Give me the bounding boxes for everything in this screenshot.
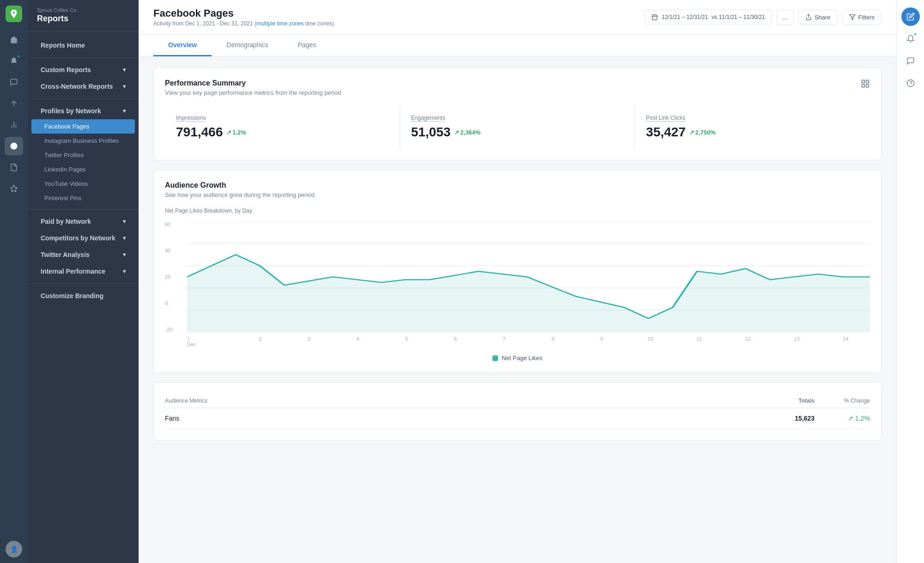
twitter-profiles-label: Twitter Profiles — [44, 152, 84, 159]
internal-performance-label: Internal Performance — [41, 268, 105, 275]
page-title: Facebook Pages — [153, 7, 637, 19]
svg-rect-13 — [866, 80, 869, 83]
post-link-clicks-value: 35,427 ↗ 2,750% — [646, 125, 859, 140]
content-area: Performance Summary View your key page p… — [139, 56, 896, 563]
nav-analytics-icon[interactable] — [5, 116, 23, 134]
icon-rail: 👤 — [0, 0, 28, 563]
sidebar-item-linkedin[interactable]: LinkedIn Pages — [31, 162, 135, 177]
svg-rect-6 — [652, 15, 657, 20]
date-current: 12/1/21 – 12/31/21 — [662, 14, 708, 20]
nav-notifications-icon[interactable] — [5, 52, 23, 70]
up-arrow-icon: ↗ — [454, 129, 459, 136]
page-header: Facebook Pages Activity from Dec 1, 2021… — [139, 0, 896, 35]
linkedin-label: LinkedIn Pages — [44, 166, 86, 173]
sidebar-item-cross-network[interactable]: Cross-Network Reports ▾ — [31, 78, 135, 95]
svg-marker-11 — [850, 15, 855, 20]
chevron-down-icon: ▾ — [123, 218, 126, 225]
sidebar-item-paid-by-network[interactable]: Paid by Network ▾ — [31, 213, 135, 230]
impressions-change: ↗ 1.2% — [226, 129, 246, 136]
sidebar-item-reports-home[interactable]: Reports Home — [31, 37, 135, 54]
sidebar-item-facebook-pages[interactable]: Facebook Pages — [31, 119, 135, 134]
bell-icon[interactable] — [901, 30, 920, 48]
up-arrow-icon: ↗ — [689, 129, 694, 136]
nav-star-icon[interactable] — [5, 179, 23, 198]
up-arrow-icon: ↗ — [848, 415, 853, 422]
user-avatar[interactable]: 👤 — [6, 541, 22, 557]
chevron-down-icon: ▾ — [123, 67, 126, 73]
youtube-label: YouTube Videos — [44, 180, 88, 187]
table-row: Fans 15,623 ↗ 1.2% — [165, 408, 870, 429]
custom-reports-label: Custom Reports — [41, 66, 91, 73]
metric-engagements: Engagements 51,053 ↗ 2,364% — [400, 105, 635, 149]
tab-demographics[interactable]: Demographics — [212, 35, 283, 56]
table-view-icon[interactable] — [861, 79, 870, 90]
nav-divider-3 — [28, 209, 139, 209]
impressions-label: Impressions — [176, 115, 389, 121]
chart-container: 60 40 20 0 -20 — [165, 221, 870, 351]
help-icon[interactable] — [901, 74, 920, 92]
performance-summary-subtitle: View your key page performance metrics f… — [165, 89, 341, 96]
svg-rect-14 — [862, 85, 865, 87]
more-options-button[interactable]: ... — [777, 10, 794, 25]
sidebar-item-internal-performance[interactable]: Internal Performance ▾ — [31, 263, 135, 280]
nav-divider-2 — [28, 98, 139, 99]
sidebar-item-instagram[interactable]: Instagram Business Profiles — [31, 134, 135, 148]
date-range-button[interactable]: 12/1/21 – 12/31/21 vs 11/1/21 – 11/30/21 — [644, 10, 772, 24]
sidebar-item-twitter-analysis[interactable]: Twitter Analysis ▾ — [31, 246, 135, 263]
timezone-link[interactable]: multiple time zones — [256, 20, 304, 27]
nav-publish-icon[interactable] — [5, 94, 23, 113]
metrics-grid: Impressions 791,466 ↗ 1.2% Engagements 5… — [165, 105, 870, 149]
sidebar-item-twitter-profiles[interactable]: Twitter Profiles — [31, 148, 135, 162]
company-name: Sprout Coffee Co. — [37, 7, 129, 13]
metric-post-link-clicks: Post Link Clicks 35,427 ↗ 2,750% — [635, 105, 870, 149]
nav-divider — [28, 57, 139, 58]
performance-summary-card: Performance Summary View your key page p… — [153, 67, 881, 160]
svg-rect-15 — [866, 85, 869, 87]
sidebar-item-custom-reports[interactable]: Custom Reports ▾ — [31, 61, 135, 78]
tab-overview[interactable]: Overview — [153, 35, 212, 56]
nav-messages-icon[interactable] — [5, 73, 23, 92]
nav-home-icon[interactable] — [5, 31, 23, 49]
up-arrow-icon: ↗ — [226, 129, 231, 136]
customize-branding-label: Customize Branding — [41, 292, 103, 300]
sidebar-item-youtube[interactable]: YouTube Videos — [31, 177, 135, 191]
facebook-pages-label: Facebook Pages — [44, 123, 90, 130]
audience-growth-card: Audience Growth See how your audience gr… — [153, 170, 881, 373]
share-button[interactable]: Share — [798, 10, 838, 25]
chart-svg-area — [187, 221, 870, 332]
legend-color-dot — [492, 355, 498, 361]
compose-button[interactable] — [901, 7, 920, 26]
filters-button[interactable]: Filters — [842, 10, 881, 25]
tab-pages[interactable]: Pages — [283, 35, 331, 56]
chat-icon[interactable] — [901, 52, 920, 70]
main-content: Facebook Pages Activity from Dec 1, 2021… — [139, 0, 896, 563]
sidebar-item-competitors[interactable]: Competitors by Network ▾ — [31, 230, 135, 246]
calendar-icon — [651, 14, 658, 20]
svg-marker-22 — [187, 255, 870, 332]
nav-reports-icon[interactable] — [5, 137, 23, 155]
chevron-down-icon: ▾ — [123, 268, 126, 275]
audience-growth-title: Audience Growth — [165, 181, 316, 190]
metric-impressions: Impressions 791,466 ↗ 1.2% — [165, 105, 400, 149]
chevron-down-icon: ▾ — [123, 108, 126, 114]
chart-y-labels: 60 40 20 0 -20 — [165, 221, 183, 332]
reports-home-label: Reports Home — [41, 42, 85, 49]
table-header: Audience Metrics Totals % Change — [165, 394, 870, 408]
col-header-totals: Totals — [759, 398, 815, 404]
profiles-by-network-label: Profiles by Network — [41, 107, 101, 115]
sidebar-item-profiles-by-network[interactable]: Profiles by Network ▾ — [31, 103, 135, 119]
right-rail — [896, 0, 924, 563]
audience-growth-header: Audience Growth See how your audience gr… — [165, 181, 870, 198]
performance-summary-header: Performance Summary View your key page p… — [165, 79, 870, 96]
instagram-label: Instagram Business Profiles — [44, 137, 119, 144]
chart-x-labels: 1Dec 2 3 4 5 6 7 8 9 10 11 12 13 14 — [187, 332, 870, 351]
sidebar-item-customize-branding[interactable]: Customize Branding — [31, 288, 135, 304]
sidebar-nav: Reports Home Custom Reports ▾ Cross-Netw… — [28, 31, 139, 310]
app-logo — [6, 6, 22, 22]
audience-growth-subtitle: See how your audience grew during the re… — [165, 191, 316, 198]
notification-badge — [17, 55, 20, 58]
nav-tasks-icon[interactable] — [5, 158, 23, 177]
sidebar-header: Sprout Coffee Co. Reports — [28, 0, 139, 31]
col-header-change: % Change — [815, 398, 870, 404]
sidebar-item-pinterest[interactable]: Pinterest Pins — [31, 191, 135, 205]
